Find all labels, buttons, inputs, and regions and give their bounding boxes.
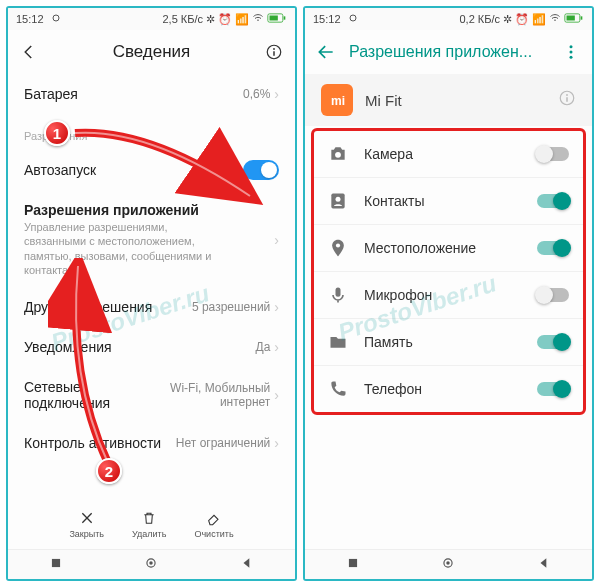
action-clear-label: Очистить <box>194 529 233 539</box>
perm-toggle[interactable] <box>537 335 569 349</box>
svg-text:mi: mi <box>331 94 345 108</box>
net-label: Сетевые подключения <box>24 379 159 411</box>
svg-point-14 <box>570 45 573 48</box>
action-close[interactable]: Закрыть <box>69 509 104 539</box>
app-perm-desc: Управление разрешениями, связанными с ме… <box>24 220 224 277</box>
perm-toggle[interactable] <box>537 241 569 255</box>
nav-back-icon[interactable] <box>537 556 551 574</box>
bottom-actions: Закрыть Удалить Очистить <box>8 501 295 549</box>
bluetooth-icon: ✲ <box>206 13 215 26</box>
nav-back-icon[interactable] <box>240 556 254 574</box>
row-activity[interactable]: Контроль активности Нет ограничений › <box>24 423 279 463</box>
phone-icon <box>328 379 348 399</box>
notif-dot-icon <box>347 12 359 26</box>
svg-point-16 <box>570 56 573 59</box>
action-clear[interactable]: Очистить <box>194 509 233 539</box>
header: Разрешения приложен... <box>305 30 592 74</box>
nav-home-icon[interactable] <box>144 556 158 574</box>
perm-label: Контакты <box>364 193 521 209</box>
camera-icon <box>328 144 348 164</box>
svg-point-24 <box>336 243 340 247</box>
perm-label: Память <box>364 334 521 350</box>
battery-icon <box>267 12 287 26</box>
svg-point-9 <box>150 561 154 565</box>
perm-row-camera[interactable]: Камера <box>314 131 583 178</box>
permissions-list: КамераКонтактыМестоположениеМикрофонПамя… <box>311 128 586 415</box>
chevron-right-icon: › <box>274 299 279 315</box>
autostart-toggle[interactable] <box>243 160 279 180</box>
phone-right: 15:12 0,2 КБ/с ✲ ⏰ 📶 Разрешения приложен… <box>303 6 594 581</box>
perm-toggle[interactable] <box>537 194 569 208</box>
app-perm-label: Разрешения приложений <box>24 202 224 218</box>
row-battery[interactable]: Батарея 0,6% › <box>24 74 279 114</box>
perm-label: Микрофон <box>364 287 521 303</box>
app-header: mi Mi Fit <box>305 74 592 126</box>
perm-row-contacts[interactable]: Контакты <box>314 178 583 225</box>
page-title: Сведения <box>52 42 251 62</box>
perm-toggle[interactable] <box>537 288 569 302</box>
status-net: 0,2 КБ/с <box>459 13 500 25</box>
mic-icon <box>328 285 348 305</box>
action-delete-label: Удалить <box>132 529 166 539</box>
svg-rect-12 <box>581 16 583 19</box>
row-net[interactable]: Сетевые подключения Wi-Fi, Мобильный инт… <box>24 367 279 423</box>
chevron-right-icon: › <box>274 339 279 355</box>
app-icon: mi <box>321 84 353 116</box>
row-autostart[interactable]: Автозапуск <box>24 148 279 192</box>
trash-icon <box>140 509 158 527</box>
status-time: 15:12 <box>313 13 341 25</box>
nav-recent-icon[interactable] <box>346 556 360 574</box>
wifi-icon <box>549 12 561 26</box>
svg-rect-13 <box>567 16 575 21</box>
bluetooth-icon: ✲ <box>503 13 512 26</box>
wifi-icon <box>252 12 264 26</box>
info-icon[interactable] <box>558 89 576 111</box>
nav-recent-icon[interactable] <box>49 556 63 574</box>
close-icon <box>78 509 96 527</box>
status-time: 15:12 <box>16 13 44 25</box>
statusbar: 15:12 0,2 КБ/с ✲ ⏰ 📶 <box>305 8 592 30</box>
perm-toggle[interactable] <box>537 147 569 161</box>
more-icon[interactable] <box>560 41 582 63</box>
navbar <box>305 549 592 579</box>
contacts-icon <box>328 191 348 211</box>
battery-label: Батарея <box>24 86 78 102</box>
battery-icon <box>564 12 584 26</box>
notif-dot-icon <box>50 12 62 26</box>
signal-icon: 📶 <box>235 13 249 26</box>
perm-row-location[interactable]: Местоположение <box>314 225 583 272</box>
perm-toggle[interactable] <box>537 382 569 396</box>
svg-point-5 <box>273 48 275 50</box>
back-button[interactable] <box>18 41 40 63</box>
storage-icon <box>328 332 348 352</box>
perm-label: Камера <box>364 146 521 162</box>
eraser-icon <box>205 509 223 527</box>
other-perm-label: Другие разрешения <box>24 299 152 315</box>
header: Сведения <box>8 30 295 74</box>
autostart-label: Автозапуск <box>24 162 96 178</box>
svg-rect-25 <box>336 288 341 297</box>
notif-value: Да <box>256 340 271 354</box>
info-icon[interactable] <box>263 41 285 63</box>
perm-label: Телефон <box>364 381 521 397</box>
other-perm-value: 5 разрешений <box>192 300 270 314</box>
row-notifications[interactable]: Уведомления Да › <box>24 327 279 367</box>
alarm-icon: ⏰ <box>515 13 529 26</box>
statusbar: 15:12 2,5 КБ/с ✲ ⏰ 📶 <box>8 8 295 30</box>
navbar <box>8 549 295 579</box>
chevron-right-icon: › <box>274 232 279 248</box>
perm-row-phone[interactable]: Телефон <box>314 366 583 412</box>
row-other-perm[interactable]: Другие разрешения 5 разрешений › <box>24 287 279 327</box>
chevron-right-icon: › <box>274 86 279 102</box>
action-delete[interactable]: Удалить <box>132 509 166 539</box>
svg-point-0 <box>53 15 59 21</box>
perm-row-storage[interactable]: Память <box>314 319 583 366</box>
notif-label: Уведомления <box>24 339 112 355</box>
back-button[interactable] <box>315 41 337 63</box>
app-name: Mi Fit <box>365 92 402 109</box>
nav-home-icon[interactable] <box>441 556 455 574</box>
battery-value: 0,6% <box>243 87 270 101</box>
row-app-permissions[interactable]: Разрешения приложений Управление разреше… <box>24 192 279 287</box>
perm-row-mic[interactable]: Микрофон <box>314 272 583 319</box>
svg-point-19 <box>566 94 568 96</box>
